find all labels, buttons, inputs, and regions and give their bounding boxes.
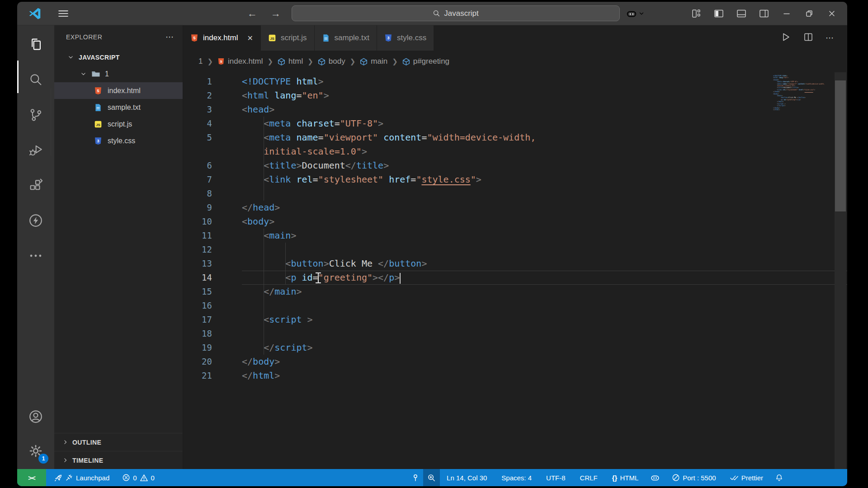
toggle-panel-icon[interactable] bbox=[732, 5, 750, 23]
toggle-primary-sidebar-icon[interactable] bbox=[710, 5, 728, 23]
code-line[interactable]: </script> bbox=[242, 341, 847, 355]
code-line[interactable]: </html> bbox=[242, 369, 847, 383]
nav-forward-icon[interactable]: → bbox=[268, 8, 283, 19]
code-line[interactable]: initial-scale=1.0"> bbox=[242, 145, 847, 159]
screencast-item[interactable] bbox=[408, 469, 423, 486]
nav-back-icon[interactable]: ← bbox=[245, 8, 260, 19]
file-row-sample-txt[interactable]: sample.txt bbox=[54, 99, 183, 116]
code-line[interactable] bbox=[242, 187, 847, 201]
breadcrumb-item[interactable]: 5 index.html bbox=[217, 57, 263, 66]
line-number: 19 bbox=[183, 341, 212, 355]
tab-close-icon[interactable]: ✕ bbox=[247, 34, 253, 42]
breadcrumb-item[interactable]: html bbox=[278, 57, 303, 66]
code-line[interactable]: <title>Document</title> bbox=[242, 159, 847, 173]
cursor-position-item[interactable]: Ln 14, Col 30 bbox=[443, 469, 491, 486]
editor-group: 5 index.html ✕ JS script.js sample.txt 3… bbox=[183, 25, 847, 469]
tab-style-css[interactable]: 3 style.css bbox=[377, 25, 434, 51]
breadcrumb-item[interactable]: main bbox=[360, 57, 387, 66]
code-line[interactable] bbox=[242, 299, 847, 313]
activity-bar: 1 bbox=[17, 25, 54, 469]
section-label: OUTLINE bbox=[72, 439, 101, 446]
copilot-status-item[interactable] bbox=[646, 469, 664, 486]
menu-hamburger-icon[interactable] bbox=[54, 5, 72, 23]
breadcrumb-item[interactable]: 1 bbox=[198, 57, 203, 66]
zoom-item[interactable] bbox=[423, 469, 440, 486]
notifications-item[interactable] bbox=[771, 469, 788, 486]
timeline-section[interactable]: TIMELINE bbox=[54, 451, 183, 469]
more-views-icon[interactable] bbox=[25, 245, 47, 267]
live-server-icon[interactable] bbox=[25, 210, 47, 231]
file-row-style-css[interactable]: 3 style.css bbox=[54, 132, 183, 149]
settings-badge: 1 bbox=[38, 454, 48, 464]
toggle-secondary-sidebar-icon[interactable] bbox=[755, 5, 773, 23]
remote-indicator[interactable]: >< bbox=[17, 469, 46, 486]
workspace-row[interactable]: JAVASCRIPT bbox=[54, 49, 183, 66]
settings-gear-icon[interactable]: 1 bbox=[25, 440, 47, 462]
line-number: 13 bbox=[183, 257, 212, 271]
editor-more-actions-icon[interactable]: ⋯ bbox=[826, 33, 835, 43]
window-minimize-icon[interactable] bbox=[778, 5, 796, 23]
breadcrumb-item[interactable]: p#greeting bbox=[402, 57, 449, 66]
minimap-content[interactable]: <!DOCTYPE html><html lang="en"><head> <m… bbox=[773, 75, 827, 129]
tab-index-html[interactable]: 5 index.html ✕ bbox=[183, 25, 261, 51]
customize-layout-icon[interactable] bbox=[687, 5, 705, 23]
code-line[interactable]: <head> bbox=[242, 103, 847, 117]
breadcrumb-item[interactable]: body bbox=[318, 57, 345, 66]
code-editor[interactable]: 123456789101112131415161718192021 <!DOCT… bbox=[183, 72, 847, 469]
split-editor-icon[interactable] bbox=[803, 32, 814, 44]
code-line[interactable]: </head> bbox=[242, 201, 847, 215]
outline-section[interactable]: OUTLINE bbox=[54, 433, 183, 451]
copilot-icon bbox=[626, 8, 637, 19]
window-restore-icon[interactable] bbox=[800, 5, 818, 23]
vscode-logo bbox=[28, 7, 42, 20]
code-line[interactable]: <!DOCTYPE html> bbox=[242, 75, 847, 89]
editor-scrollbar[interactable] bbox=[835, 72, 846, 469]
extensions-icon[interactable] bbox=[25, 174, 47, 196]
indent-guide bbox=[264, 159, 264, 173]
code-line[interactable]: <body> bbox=[242, 215, 847, 229]
command-center-search[interactable]: Javascript bbox=[292, 5, 620, 21]
code-line[interactable]: <main> bbox=[242, 229, 847, 243]
indent-guide bbox=[264, 271, 264, 284]
code-line[interactable]: <meta name="viewport" content="width=dev… bbox=[242, 131, 847, 145]
encoding-item[interactable]: UTF-8 bbox=[542, 469, 570, 486]
folder-row[interactable]: 1 bbox=[54, 66, 183, 82]
accounts-icon[interactable] bbox=[25, 406, 47, 427]
source-control-icon[interactable] bbox=[25, 104, 47, 126]
search-value: Javascript bbox=[444, 9, 479, 18]
problems-item[interactable]: 0 0 bbox=[118, 469, 159, 486]
code-line[interactable]: <p id="greeting"></p> bbox=[242, 271, 847, 285]
explorer-icon[interactable] bbox=[25, 33, 47, 55]
file-row-index-html[interactable]: 5 index.html bbox=[54, 82, 183, 99]
scrollbar-thumb[interactable] bbox=[835, 80, 846, 211]
live-server-port-item[interactable]: Port : 5500 bbox=[668, 469, 720, 486]
formatter-item[interactable]: Prettier bbox=[726, 469, 767, 486]
tab-sample-txt[interactable]: sample.txt bbox=[315, 25, 377, 51]
run-debug-icon[interactable] bbox=[25, 139, 47, 161]
eol-item[interactable]: CRLF bbox=[576, 469, 602, 486]
code-line[interactable]: <script > bbox=[242, 313, 847, 327]
code-lines[interactable]: <!DOCTYPE html><html lang="en"><head> <m… bbox=[224, 72, 847, 469]
run-button-icon[interactable] bbox=[780, 32, 791, 44]
copilot-menu[interactable] bbox=[626, 8, 645, 19]
code-line[interactable]: <meta charset="UTF-8"> bbox=[242, 117, 847, 131]
code-line[interactable]: </main> bbox=[242, 285, 847, 299]
code-line[interactable]: <html lang="en"> bbox=[242, 89, 847, 103]
indent-guide bbox=[264, 313, 264, 327]
tab-script-js[interactable]: JS script.js bbox=[261, 25, 315, 51]
code-line[interactable]: </body> bbox=[242, 355, 847, 369]
search-view-icon[interactable] bbox=[25, 69, 47, 90]
code-line[interactable] bbox=[242, 327, 847, 341]
file-row-script-js[interactable]: JS script.js bbox=[54, 116, 183, 132]
cursor-position: Ln 14, Col 30 bbox=[447, 474, 487, 482]
line-number: 6 bbox=[183, 159, 212, 173]
indentation-item[interactable]: Spaces: 4 bbox=[497, 469, 536, 486]
language-mode-item[interactable]: {} HTML bbox=[608, 469, 643, 486]
code-line[interactable]: <link rel="stylesheet" href="style.css"> bbox=[242, 173, 847, 187]
window-close-icon[interactable] bbox=[823, 5, 841, 23]
explorer-actions-icon[interactable]: ⋯ bbox=[165, 32, 175, 42]
launchpad-item[interactable]: Launchpad bbox=[50, 469, 113, 486]
code-line[interactable]: <button>Click Me </button> bbox=[242, 257, 847, 271]
code-line[interactable] bbox=[242, 243, 847, 257]
search-icon bbox=[433, 9, 440, 17]
